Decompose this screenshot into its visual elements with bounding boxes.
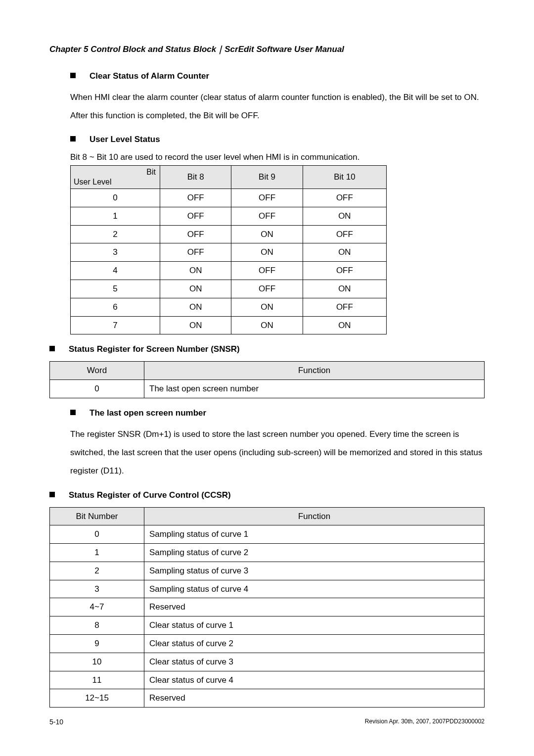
square-bullet-icon [70, 73, 76, 78]
cell-level: 2 [71, 225, 160, 243]
col-header: Word [50, 362, 144, 380]
cell: ON [160, 262, 231, 280]
cell: Sampling status of curve 2 [144, 544, 485, 562]
cell-level: 6 [71, 298, 160, 316]
table-row: 1Sampling status of curve 2 [50, 544, 485, 562]
cell: Sampling status of curve 4 [144, 580, 485, 598]
table-row: 11Clear status of curve 4 [50, 671, 485, 689]
para-clear-status: When HMI clear the alarm counter (clear … [70, 88, 485, 125]
heading-user-level: User Level Status [70, 134, 485, 145]
cell: Clear status of curve 2 [144, 635, 485, 653]
cell: 8 [50, 616, 144, 635]
cell: 4~7 [50, 598, 144, 616]
table-row: 4 ON OFF OFF [71, 262, 387, 280]
cell: 11 [50, 671, 144, 689]
cell: ON [160, 316, 231, 334]
cell: 3 [50, 580, 144, 598]
cell: Clear status of curve 1 [144, 616, 485, 635]
cell: OFF [231, 189, 303, 207]
table-row: 3Sampling status of curve 4 [50, 580, 485, 598]
table-row: Bit Number Function [50, 507, 485, 525]
cell: ON [303, 316, 386, 334]
cell: OFF [231, 262, 303, 280]
heading-clear-status: Clear Status of Alarm Counter [70, 70, 485, 82]
cell: ON [303, 280, 386, 298]
col-header: Function [144, 507, 485, 525]
user-level-note: Bit 8 ~ Bit 10 are used to record the us… [70, 151, 485, 163]
revision-text: Revision Apr. 30th, 2007, 2007PDD2300000… [365, 717, 485, 727]
diag-bottom-label: User Level [74, 177, 111, 188]
cell: ON [231, 298, 303, 316]
cell-level: 7 [71, 316, 160, 334]
table-ccsr: Bit Number Function 0Sampling status of … [49, 507, 485, 708]
col-header: Bit 8 [160, 165, 231, 189]
heading-text: Status Register of Curve Control (CCSR) [69, 489, 231, 501]
cell: 0 [50, 525, 144, 544]
cell: ON [303, 243, 386, 262]
table-row: 1 OFF OFF ON [71, 207, 387, 225]
cell: Sampling status of curve 3 [144, 562, 485, 580]
cell: 10 [50, 653, 144, 671]
table-row: 0 OFF OFF OFF [71, 189, 387, 207]
table-snsr: Word Function 0 The last open screen num… [49, 361, 485, 398]
col-header: Bit Number [50, 507, 144, 525]
cell: 1 [50, 544, 144, 562]
table-row: 7 ON ON ON [71, 316, 387, 334]
cell: OFF [303, 189, 386, 207]
cell: The last open screen number [144, 379, 485, 398]
cell: OFF [303, 298, 386, 316]
cell: Reserved [144, 689, 485, 708]
cell: OFF [160, 189, 231, 207]
cell: ON [231, 316, 303, 334]
cell: Sampling status of curve 1 [144, 525, 485, 544]
heading-snsr: Status Register for Screen Number (SNSR) [49, 343, 485, 355]
table-row: 10Clear status of curve 3 [50, 653, 485, 671]
table-row: 2Sampling status of curve 3 [50, 562, 485, 580]
cell: ON [303, 207, 386, 225]
heading-text: Clear Status of Alarm Counter [89, 70, 209, 82]
cell-level: 4 [71, 262, 160, 280]
cell: 2 [50, 562, 144, 580]
table-row: 4~7Reserved [50, 598, 485, 616]
table-row: 8Clear status of curve 1 [50, 616, 485, 635]
cell: OFF [303, 262, 386, 280]
cell: OFF [303, 225, 386, 243]
table-row: 0Sampling status of curve 1 [50, 525, 485, 544]
cell: Clear status of curve 4 [144, 671, 485, 689]
cell-level: 3 [71, 243, 160, 262]
diag-top-label: Bit [146, 167, 156, 178]
table-row: Bit User Level Bit 8 Bit 9 Bit 10 [71, 165, 387, 189]
heading-text: User Level Status [89, 134, 160, 145]
cell: OFF [160, 225, 231, 243]
cell: Reserved [144, 598, 485, 616]
cell-level: 5 [71, 280, 160, 298]
cell: OFF [231, 207, 303, 225]
cell: 12~15 [50, 689, 144, 708]
cell: ON [231, 243, 303, 262]
heading-ccsr: Status Register of Curve Control (CCSR) [49, 489, 485, 501]
square-bullet-icon [70, 136, 76, 142]
table-row: Word Function [50, 362, 485, 380]
table-row: 0 The last open screen number [50, 379, 485, 398]
para-last-open: The register SNSR (Dm+1) is used to stor… [70, 425, 485, 480]
cell: 9 [50, 635, 144, 653]
table-user-level: Bit User Level Bit 8 Bit 9 Bit 10 0 OFF … [70, 165, 387, 334]
cell-level: 1 [71, 207, 160, 225]
cell: ON [160, 280, 231, 298]
page-footer: 5-10 Revision Apr. 30th, 2007, 2007PDD23… [49, 717, 485, 727]
square-bullet-icon [49, 492, 55, 497]
cell: OFF [160, 243, 231, 262]
cell: 0 [50, 379, 144, 398]
table-row: 9Clear status of curve 2 [50, 635, 485, 653]
diag-header-cell: Bit User Level [71, 165, 160, 189]
table-row: 3 OFF ON ON [71, 243, 387, 262]
cell: ON [231, 225, 303, 243]
table-row: 5 ON OFF ON [71, 280, 387, 298]
cell: OFF [231, 280, 303, 298]
heading-text: Status Register for Screen Number (SNSR) [69, 343, 240, 355]
cell-level: 0 [71, 189, 160, 207]
table-row: 12~15Reserved [50, 689, 485, 708]
col-header: Bit 10 [303, 165, 386, 189]
cell: Clear status of curve 3 [144, 653, 485, 671]
chapter-header: Chapter 5 Control Block and Status Block… [49, 44, 485, 55]
